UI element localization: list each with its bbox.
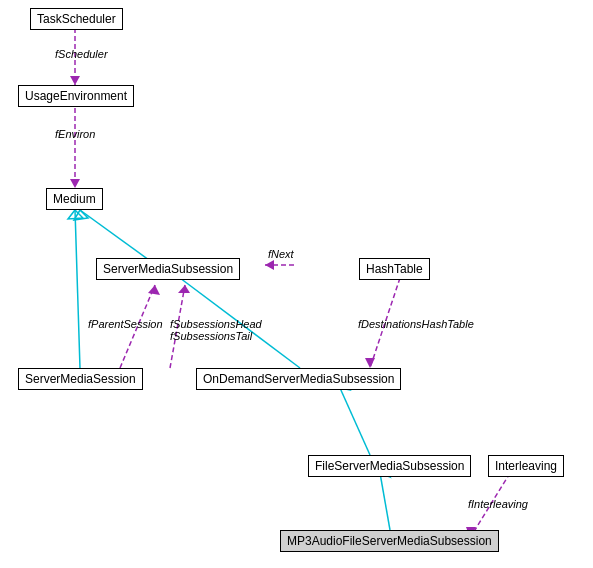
label-fsubsessionstail: fSubsessionsTail	[170, 330, 252, 342]
svg-line-6	[340, 388, 370, 455]
svg-line-2	[75, 210, 80, 368]
svg-marker-21	[365, 358, 375, 368]
node-taskscheduler[interactable]: TaskScheduler	[30, 8, 123, 30]
node-usageenvironment[interactable]: UsageEnvironment	[18, 85, 134, 107]
svg-marker-11	[70, 76, 80, 85]
svg-line-8	[380, 473, 390, 530]
node-interleaving[interactable]: Interleaving	[488, 455, 564, 477]
svg-marker-13	[70, 179, 80, 188]
node-mp3audiofileservermediasubsession[interactable]: MP3AudioFileServerMediaSubsession	[280, 530, 499, 552]
svg-marker-17	[148, 285, 160, 295]
svg-marker-15	[265, 260, 274, 270]
node-servermediasubsession[interactable]: ServerMediaSubsession	[96, 258, 240, 280]
label-fenviron: fEnviron	[55, 128, 95, 140]
svg-marker-19	[178, 285, 190, 293]
label-fscheduler: fScheduler	[55, 48, 108, 60]
diagram-container: TaskScheduler UsageEnvironment Medium Se…	[0, 0, 593, 568]
node-medium[interactable]: Medium	[46, 188, 103, 210]
node-fileservermediasubsession[interactable]: FileServerMediaSubsession	[308, 455, 471, 477]
label-finterleaving: fInterleaving	[468, 498, 528, 510]
node-servermediasession[interactable]: ServerMediaSession	[18, 368, 143, 390]
node-ondemandservermediasubsession[interactable]: OnDemandServerMediaSubsession	[196, 368, 401, 390]
label-fdestinationshashtable: fDestinationsHashTable	[358, 318, 474, 330]
label-fnext: fNext	[268, 248, 294, 260]
node-hashtable[interactable]: HashTable	[359, 258, 430, 280]
label-fparentsession: fParentSession	[88, 318, 163, 330]
svg-marker-3	[68, 210, 83, 219]
label-fsubsessionshead: fSubsessionsHead	[170, 318, 262, 330]
svg-marker-1	[74, 210, 88, 220]
